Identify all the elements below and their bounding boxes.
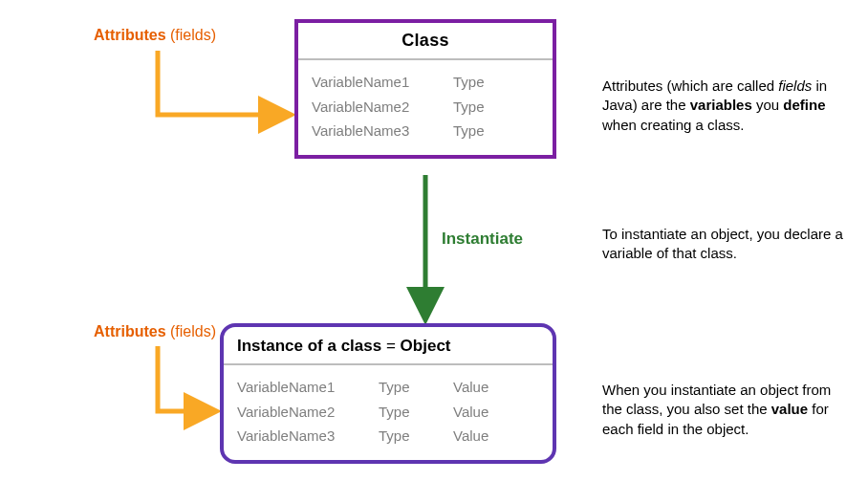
object-body: VariableName1 Type Value VariableName2 T…: [224, 365, 553, 460]
label-attributes-bottom: Attributes (fields): [94, 323, 216, 340]
class-title: Class: [298, 23, 553, 60]
class-row: VariableName3 Type: [312, 119, 539, 143]
variable-name: VariableName1: [312, 70, 426, 95]
variable-type: Type: [453, 119, 501, 143]
label-attributes-text-2: Attributes: [94, 323, 166, 339]
variable-name: VariableName3: [312, 119, 426, 143]
variable-value: Value: [453, 424, 501, 448]
class-box: Class VariableName1 Type VariableName2 T…: [294, 19, 556, 159]
variable-value: Value: [453, 400, 501, 425]
object-title: Instance of a class = Object: [224, 327, 553, 365]
variable-name: VariableName3: [237, 424, 352, 448]
explain-instantiate: To instantiate an object, you declare a …: [602, 225, 851, 264]
explain-attributes: Attributes (which are called fields in J…: [602, 77, 851, 135]
object-row: VariableName3 Type Value: [237, 424, 539, 448]
class-body: VariableName1 Type VariableName2 Type Va…: [298, 60, 553, 155]
class-row: VariableName2 Type: [312, 95, 539, 120]
label-attributes-text: Attributes: [94, 27, 166, 43]
variable-name: VariableName2: [312, 95, 426, 120]
class-row: VariableName1 Type: [312, 70, 539, 95]
object-row: VariableName1 Type Value: [237, 375, 539, 400]
variable-type: Type: [379, 424, 426, 448]
label-attributes-top: Attributes (fields): [94, 27, 216, 44]
object-title-post: Object: [401, 337, 451, 355]
object-box: Instance of a class = Object VariableNam…: [220, 323, 556, 464]
variable-type: Type: [379, 400, 426, 425]
variable-name: VariableName1: [237, 375, 352, 400]
label-attributes-paren: (fields): [170, 27, 216, 43]
variable-type: Type: [453, 95, 501, 120]
explain-object: When you instantiate an object from the …: [602, 381, 851, 439]
object-row: VariableName2 Type Value: [237, 400, 539, 425]
label-attributes-paren-2: (fields): [170, 323, 216, 339]
object-title-pre: Instance of a class: [237, 337, 381, 355]
variable-type: Type: [379, 375, 426, 400]
label-instantiate: Instantiate: [442, 230, 523, 249]
arrow-attributes-top: [158, 51, 287, 115]
variable-name: VariableName2: [237, 400, 352, 425]
variable-value: Value: [453, 375, 501, 400]
arrow-attributes-bottom: [158, 346, 212, 411]
object-title-eq: =: [386, 337, 396, 355]
variable-type: Type: [453, 70, 501, 95]
